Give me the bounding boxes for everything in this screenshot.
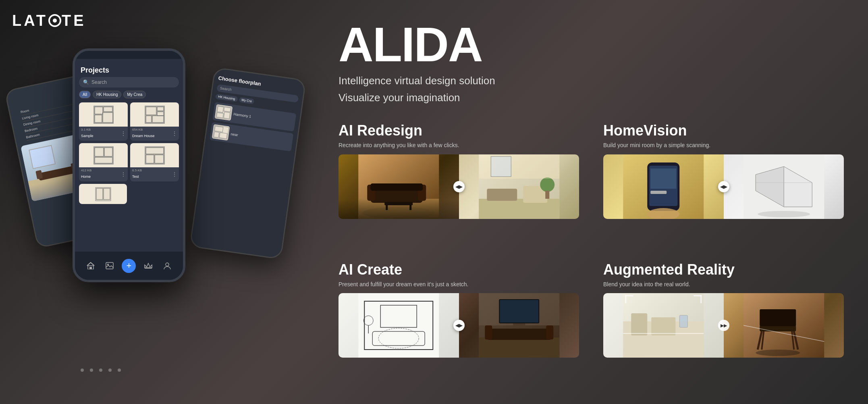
svg-rect-52 — [409, 205, 411, 210]
alida-title: ALIDA — [338, 20, 844, 69]
feature-ar-images: ▶▶ — [603, 293, 844, 358]
feature-home-vision-images: ◀▶ — [603, 154, 844, 219]
alida-subtitle: Intelligence virtual design solution Vis… — [338, 73, 844, 106]
phone-screen: Projects 🔍 Search All HK Housing My Crea — [75, 59, 183, 260]
svg-rect-50 — [384, 202, 413, 205]
left-section: LATTE AI Redesign Room Living room Dinin… — [0, 0, 306, 404]
grid-item-dreamhouse[interactable]: 654 KB Dream House ⋮ — [130, 102, 179, 141]
logo: LATTE — [12, 12, 86, 29]
grid-item-home[interactable]: 412 KB Home ⋮ — [79, 143, 128, 181]
feature-home-vision-title: HomeVision — [603, 122, 844, 139]
svg-rect-93 — [651, 317, 675, 335]
svg-rect-64 — [650, 169, 676, 189]
svg-rect-99 — [700, 295, 702, 303]
feature-ai-redesign-desc: Recreate into anything you like with a f… — [338, 142, 579, 150]
phone-bg-right: Choose floorplan Search HK Housing My Cr… — [189, 67, 306, 260]
home-vision-phone-image — [603, 154, 724, 219]
svg-rect-87 — [487, 329, 551, 340]
svg-rect-49 — [370, 183, 423, 191]
svg-rect-39 — [106, 262, 113, 269]
phones-area: AI Redesign Room Living room Dining room… — [20, 24, 302, 371]
svg-rect-84 — [500, 300, 538, 323]
feature-ai-redesign-images: ◀▶ — [338, 154, 579, 219]
svg-rect-97 — [625, 295, 626, 303]
nav-add[interactable]: + — [122, 259, 136, 273]
ai-redesign-before-image — [338, 154, 459, 219]
phone-search-bar[interactable]: 🔍 Search — [79, 77, 179, 87]
svg-rect-92 — [631, 313, 647, 335]
nav-home[interactable] — [83, 259, 98, 273]
feature-home-vision: HomeVision Build your mini room by a sim… — [603, 122, 844, 249]
feature-ar-title: Augmented Reality — [603, 261, 844, 278]
svg-rect-41 — [145, 268, 152, 269]
feature-ar: Augmented Reality Blend your idea into t… — [603, 261, 844, 388]
svg-rect-55 — [487, 189, 517, 201]
home-vision-divider: ◀▶ — [718, 181, 729, 192]
svg-rect-85 — [513, 323, 525, 327]
phone-header: Projects — [79, 63, 179, 77]
filter-hk-housing[interactable]: HK Housing — [93, 91, 121, 98]
item-menu-dots-2[interactable]: ⋮ — [172, 131, 177, 136]
feature-ai-create-images: ◀▶ — [338, 293, 579, 358]
svg-rect-46 — [370, 189, 423, 203]
ar-desk-image — [603, 293, 724, 358]
svg-point-57 — [540, 177, 554, 192]
ar-divider: ▶▶ — [718, 320, 729, 331]
search-icon: 🔍 — [83, 79, 89, 85]
item-menu-dots[interactable]: ⋮ — [121, 131, 126, 136]
feature-ai-create-desc: Present and fulfill your dream even it's… — [338, 281, 579, 289]
phone-filter-row: All HK Housing My Crea — [79, 91, 179, 98]
feature-ai-create-title: AI Create — [338, 261, 579, 278]
svg-rect-88 — [485, 325, 492, 339]
home-vision-3d-image — [724, 154, 844, 219]
feature-ai-redesign-title: AI Redesign — [338, 122, 579, 139]
svg-rect-101 — [760, 325, 796, 331]
svg-rect-102 — [760, 309, 796, 326]
item-menu-dots-4[interactable]: ⋮ — [172, 171, 177, 177]
feature-home-vision-desc: Build your mini room by a simple scannin… — [603, 142, 844, 150]
fp-items: Harmony 1 near — [210, 102, 296, 151]
svg-point-107 — [756, 350, 800, 356]
svg-point-44 — [362, 207, 435, 219]
ai-create-sketch-image — [338, 293, 459, 358]
ai-redesign-divider: ◀▶ — [453, 181, 465, 192]
ar-chair-image — [724, 293, 844, 358]
feature-ai-redesign: AI Redesign Recreate into anything you l… — [338, 122, 579, 249]
nav-crown[interactable] — [141, 259, 155, 273]
ai-redesign-after-image — [459, 154, 579, 219]
svg-point-42 — [166, 263, 169, 266]
phone-main: Projects 🔍 Search All HK Housing My Crea — [73, 48, 185, 282]
svg-rect-60 — [491, 156, 511, 177]
svg-rect-58 — [545, 191, 549, 199]
svg-rect-89 — [546, 325, 553, 339]
nav-profile[interactable] — [160, 259, 174, 273]
feature-ai-create: AI Create Present and fulfill your dream… — [338, 261, 579, 388]
grid-item-test[interactable]: 6.5 KB Test ⋮ — [130, 143, 179, 181]
svg-rect-65 — [650, 191, 667, 194]
ai-create-divider: ◀▶ — [453, 320, 465, 331]
filter-all[interactable]: All — [79, 91, 91, 98]
grid-item-sample[interactable]: 3.1 KB Sample ⋮ — [79, 102, 128, 141]
svg-rect-94 — [679, 315, 687, 327]
svg-rect-74 — [358, 293, 439, 358]
phone-bottom-nav: + — [75, 252, 183, 280]
svg-rect-54 — [479, 199, 559, 219]
ai-create-real-image — [459, 293, 579, 358]
item-menu-dots-3[interactable]: ⋮ — [121, 171, 126, 177]
svg-point-73 — [758, 211, 810, 217]
nav-gallery[interactable] — [103, 259, 117, 273]
phone-notch — [113, 51, 145, 59]
search-text: Search — [91, 79, 107, 85]
svg-rect-34 — [96, 187, 111, 201]
features-grid: AI Redesign Recreate into anything you l… — [338, 122, 844, 388]
svg-rect-51 — [386, 205, 388, 210]
svg-rect-86 — [479, 337, 559, 358]
bg-dots — [81, 369, 121, 372]
filter-my-crea[interactable]: My Crea — [123, 91, 146, 98]
feature-ar-desc: Blend your idea into the real world. — [603, 281, 844, 289]
svg-rect-45 — [358, 199, 439, 219]
phone-grid: 3.1 KB Sample ⋮ — [79, 102, 179, 181]
svg-rect-38 — [89, 267, 92, 269]
right-section: ALIDA Intelligence virtual design soluti… — [306, 0, 868, 404]
